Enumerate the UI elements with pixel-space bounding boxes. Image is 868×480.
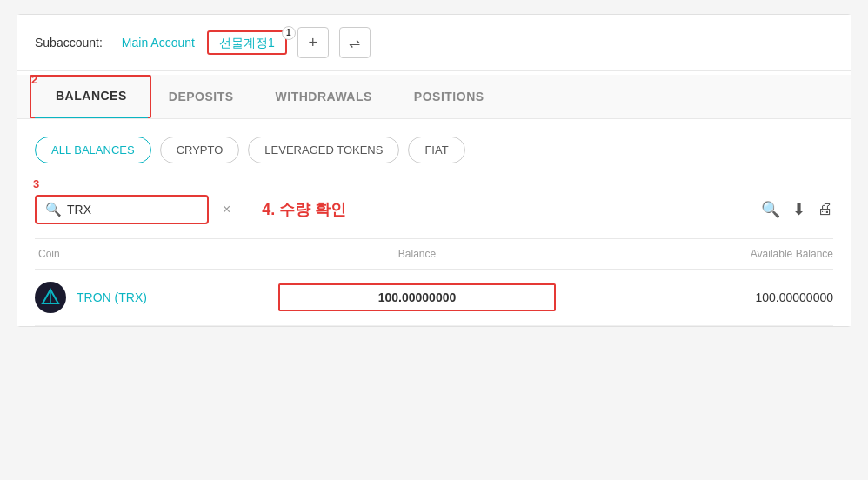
tabs-container: 2 BALANCES DEPOSITS WITHDRAWALS POSITION… bbox=[17, 71, 851, 119]
step1-badge: 1 bbox=[282, 26, 296, 40]
balance-cell: 100.00000000 bbox=[278, 283, 556, 311]
print-icon[interactable]: 🖨 bbox=[818, 200, 833, 219]
subaccount-bar: Subaccount: Main Account 선물계정1 1 + ⇌ bbox=[17, 15, 851, 71]
search-icon: 🔍 bbox=[45, 202, 62, 217]
filter-fiat[interactable]: FIAT bbox=[408, 137, 464, 163]
balance-value: 100.00000000 bbox=[378, 290, 457, 304]
filter-crypto[interactable]: CRYPTO bbox=[160, 137, 240, 163]
coin-name: TRON (TRX) bbox=[77, 290, 147, 304]
tab-deposits[interactable]: DEPOSITS bbox=[148, 76, 255, 117]
column-coin: Coin bbox=[35, 248, 278, 260]
filter-bar: ALL BALANCES CRYPTO LEVERAGED TOKENS FIA… bbox=[17, 119, 851, 172]
tab-balances[interactable]: BALANCES bbox=[35, 75, 148, 118]
search-input[interactable] bbox=[67, 203, 189, 217]
step2-number: 2 bbox=[31, 73, 37, 86]
step4-text: 4. 수량 확인 bbox=[262, 199, 346, 220]
add-subaccount-button[interactable]: + bbox=[297, 27, 329, 58]
tab-positions[interactable]: POSITIONS bbox=[393, 76, 505, 117]
subaccount-label: Subaccount: bbox=[35, 36, 103, 50]
coin-cell: TRON (TRX) bbox=[35, 282, 278, 313]
balances-table: Coin Balance Available Balance TRON (TRX… bbox=[17, 238, 851, 326]
trx-icon bbox=[35, 282, 66, 313]
search-action-icon[interactable]: 🔍 bbox=[761, 200, 780, 219]
step3-number: 3 bbox=[33, 177, 39, 190]
filter-all-balances[interactable]: ALL BALANCES bbox=[35, 137, 151, 163]
transfer-button[interactable]: ⇌ bbox=[339, 27, 371, 58]
clear-search-button[interactable]: × bbox=[219, 202, 234, 217]
tabs-bar: BALANCES DEPOSITS WITHDRAWALS POSITIONS bbox=[17, 75, 851, 119]
download-icon[interactable]: ⬇ bbox=[792, 200, 805, 219]
search-box: 🔍 bbox=[35, 195, 209, 224]
table-header: Coin Balance Available Balance bbox=[35, 238, 833, 270]
table-row: TRON (TRX) 100.00000000 100.00000000 bbox=[35, 270, 833, 326]
search-row: 3 🔍 × 4. 수량 확인 🔍 ⬇ 🖨 bbox=[17, 172, 851, 238]
futures-account-tab[interactable]: 선물계정1 bbox=[207, 30, 287, 55]
column-balance: Balance bbox=[278, 248, 556, 260]
column-available-balance: Available Balance bbox=[556, 248, 833, 260]
tab-withdrawals[interactable]: WITHDRAWALS bbox=[255, 76, 393, 117]
available-balance-cell: 100.00000000 bbox=[556, 290, 833, 304]
filter-leveraged-tokens[interactable]: LEVERAGED TOKENS bbox=[248, 137, 399, 163]
main-account-tab[interactable]: Main Account bbox=[115, 32, 202, 53]
